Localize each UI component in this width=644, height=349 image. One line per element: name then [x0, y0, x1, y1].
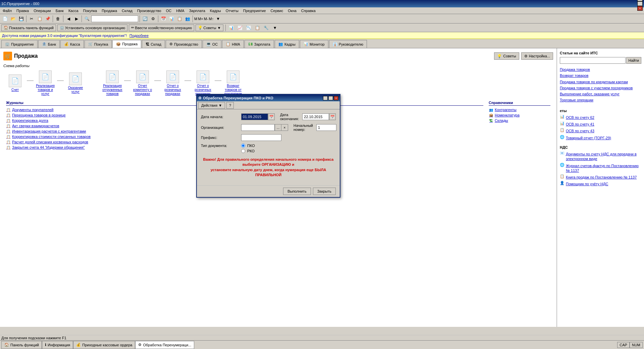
date-end-label: Дата окончания: [280, 113, 299, 121]
prefix-input[interactable] [241, 134, 281, 141]
modal-close-btn[interactable]: Закрыть [313, 188, 336, 195]
modal-minimize[interactable]: _ [323, 96, 328, 100]
modal-footer: Выполнить Закрыть [197, 185, 340, 197]
modal-execute-btn[interactable]: Выполнить [283, 188, 311, 195]
date-end-field: 📅 [302, 113, 336, 120]
modal-row-doctype: Тип документа: ПКО РКО [201, 144, 336, 153]
radio-rko[interactable]: РКО [241, 149, 255, 153]
radio-rko-input[interactable] [241, 149, 245, 153]
modal-dialog: ⚙ Обработка Перенумерация ПКО и РКО _ □ … [196, 94, 340, 198]
date-start-calendar-btn[interactable]: 📅 [268, 113, 275, 120]
radio-rko-label: РКО [247, 149, 255, 153]
modal-actions-btn[interactable]: Действия ▼ [198, 102, 225, 109]
date-start-input[interactable] [241, 113, 268, 120]
modal-title-text: ⚙ Обработка Перенумерация ПКО и РКО [198, 96, 273, 100]
modal-toolbar: Действия ▼ ? [197, 101, 340, 109]
modal-title-label: Обработка Перенумерация ПКО и РКО [203, 96, 273, 100]
date-start-label: Дата начала: [201, 115, 241, 119]
doc-type-label: Тип документа: [201, 144, 241, 148]
prefix-label: Префикс: [201, 136, 241, 140]
start-number-label: Начальный номер: [293, 123, 313, 132]
modal-row-prefix: Префикс: [201, 134, 336, 141]
date-end-calendar-btn[interactable]: 📅 [329, 113, 336, 120]
org-input[interactable] [241, 124, 275, 131]
radio-pko-input[interactable] [241, 144, 245, 148]
modal-title-bar: ⚙ Обработка Перенумерация ПКО и РКО _ □ … [197, 95, 340, 101]
modal-help-icon: ? [229, 103, 231, 107]
modal-close-x[interactable]: × [334, 96, 338, 100]
modal-row-dates: Дата начала: 📅 Дата окончания: 📅 [201, 113, 336, 121]
modal-actions-label: Действия ▼ [201, 103, 222, 107]
radio-pko[interactable]: ПКО [241, 144, 255, 148]
org-browse-btn[interactable]: ... [275, 124, 281, 131]
modal-title-controls: _ □ × [323, 96, 338, 100]
modal-row-org: Организация: ... × Начальный номер: [201, 123, 336, 132]
org-label: Организация: [201, 126, 241, 130]
start-number-input[interactable] [316, 124, 336, 131]
date-start-field: 📅 [241, 113, 275, 120]
org-field: ... × [241, 124, 288, 131]
modal-help-btn[interactable]: ? [226, 102, 234, 109]
modal-warning: Важно! Для правильного определения начал… [201, 156, 336, 179]
modal-body: Дата начала: 📅 Дата окончания: 📅 Организ… [197, 109, 340, 185]
radio-pko-label: ПКО [247, 144, 255, 148]
modal-restore[interactable]: □ [328, 96, 333, 100]
org-clear-btn[interactable]: × [281, 124, 288, 131]
modal-icon: ⚙ [198, 96, 202, 100]
doc-type-radio-group: ПКО РКО [241, 144, 255, 153]
date-end-input[interactable] [302, 113, 329, 120]
